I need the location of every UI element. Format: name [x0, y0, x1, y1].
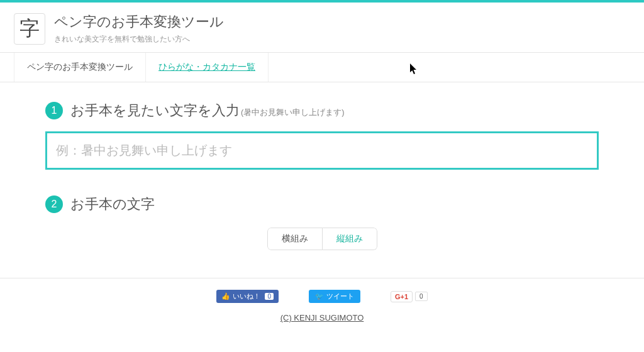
toggle-horizontal[interactable]: 横組み [267, 228, 323, 250]
footer: 👍 いいね！ 0 🐦 ツイート G+1 0 (C) KENJI SUGIMOTO [0, 278, 644, 332]
site-title: ペン字のお手本変換ツール [54, 13, 224, 31]
site-subtitle: きれいな美文字を無料で勉強したい方へ [54, 34, 224, 45]
fb-label: いいね！ [233, 292, 260, 301]
step2-title: お手本の文字 [70, 195, 155, 214]
main-content: 1 お手本を見たい文字を入力(暑中お見舞い申し上げます) 2 お手本の文字 横組… [39, 82, 605, 278]
step2-badge: 2 [45, 195, 63, 213]
gp-count: 0 [415, 292, 428, 301]
facebook-like-button[interactable]: 👍 いいね！ 0 [216, 290, 279, 303]
tab-tool[interactable]: ペン字のお手本変換ツール [14, 53, 146, 82]
step1-title: お手本を見たい文字を入力 [70, 102, 240, 118]
toggle-vertical[interactable]: 縦組み [323, 228, 377, 250]
tab-kana-list[interactable]: ひらがな・カタカナ一覧 [146, 53, 269, 82]
copyright-link[interactable]: (C) KENJI SUGIMOTO [280, 313, 364, 322]
text-input[interactable] [45, 131, 599, 170]
orientation-toggle: 横組み 縦組み [45, 228, 599, 250]
google-plus-button[interactable]: G+1 0 [391, 291, 428, 302]
social-buttons: 👍 いいね！ 0 🐦 ツイート G+1 0 [0, 290, 644, 303]
twitter-tweet-button[interactable]: 🐦 ツイート [309, 290, 360, 303]
twitter-icon: 🐦 [315, 292, 324, 300]
title-block: ペン字のお手本変換ツール きれいな美文字を無料で勉強したい方へ [54, 13, 224, 45]
fb-count: 0 [265, 293, 274, 300]
step1-badge: 1 [45, 102, 63, 119]
step2-header: 2 お手本の文字 [45, 195, 599, 214]
nav-tabs: ペン字のお手本変換ツール ひらがな・カタカナ一覧 [0, 52, 644, 82]
site-logo[interactable]: 字 [14, 13, 45, 45]
gp-label: G+1 [391, 291, 413, 302]
thumbs-up-icon: 👍 [221, 292, 230, 300]
step1-hint: (暑中お見舞い申し上げます) [241, 107, 345, 117]
tw-label: ツイート [326, 292, 354, 301]
header: 字 ペン字のお手本変換ツール きれいな美文字を無料で勉強したい方へ [0, 3, 644, 52]
step1-header: 1 お手本を見たい文字を入力(暑中お見舞い申し上げます) [45, 101, 599, 120]
